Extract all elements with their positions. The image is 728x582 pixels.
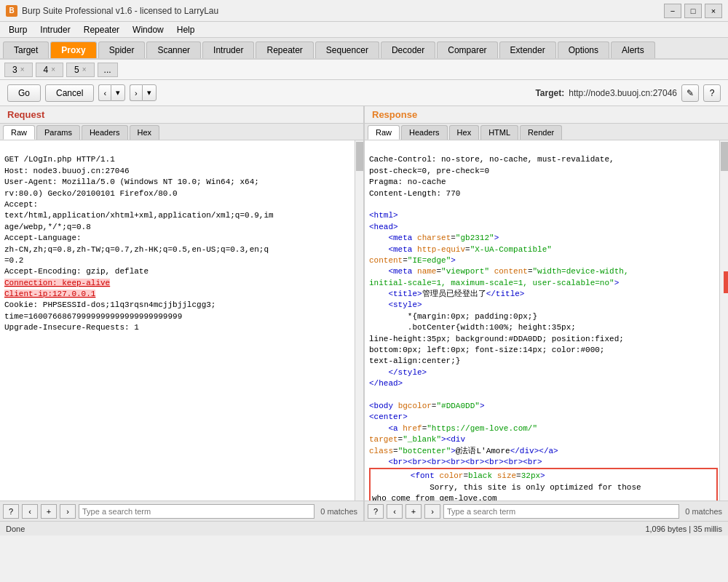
response-search-prev[interactable]: ‹: [387, 504, 403, 519]
maximize-button[interactable]: □: [684, 4, 702, 18]
response-scrollbar-thumb[interactable]: [721, 142, 728, 171]
edit-target-button[interactable]: ✎: [681, 84, 699, 102]
request-tab-headers[interactable]: Headers: [82, 125, 128, 140]
toolbar-target: Target: http://node3.buuoj.cn:27046 ✎ ?: [535, 84, 721, 102]
sub-tab-more[interactable]: ...: [98, 63, 118, 77]
response-search-input[interactable]: [443, 504, 679, 519]
cancel-button[interactable]: Cancel: [45, 84, 94, 102]
response-search-next-plus[interactable]: +: [405, 504, 422, 519]
request-match-count: 0 matches: [317, 507, 360, 516]
response-panel-header: Response: [365, 106, 728, 124]
nav-forward-group: › ▾: [130, 84, 157, 101]
request-scrollbar-thumb[interactable]: [356, 142, 363, 171]
minimize-button[interactable]: −: [664, 4, 681, 18]
request-content: GET /LOgIn.php HTTP/1.1 Host: node3.buuo…: [0, 140, 363, 501]
app-icon: B: [6, 5, 17, 17]
target-label: Target:: [535, 88, 564, 98]
request-search-next[interactable]: ›: [60, 504, 76, 519]
response-tabs: Raw Headers Hex HTML Render: [365, 124, 728, 140]
menu-bar: Burp Intruder Repeater Window Help: [0, 22, 728, 38]
nav-back-dropdown[interactable]: ▾: [111, 84, 125, 101]
sub-tab-5[interactable]: 5 ×: [66, 63, 95, 77]
title-bar: B Burp Suite Professional v1.6 - license…: [0, 0, 728, 22]
response-red-indicator: [724, 271, 728, 293]
status-left: Done: [6, 525, 25, 533]
request-search-next-plus[interactable]: +: [41, 504, 57, 519]
close-button[interactable]: ×: [705, 4, 722, 18]
response-content: Cache-Control: no-store, no-cache, must-…: [365, 140, 728, 501]
help-button[interactable]: ?: [703, 84, 721, 102]
nav-forward[interactable]: ›: [130, 84, 142, 101]
toolbar: Go Cancel ‹ ▾ › ▾ Target: http://node3.b…: [0, 80, 728, 106]
target-url: http://node3.buuoj.cn:27046: [569, 88, 677, 98]
title-bar-left: B Burp Suite Professional v1.6 - license…: [6, 5, 218, 17]
sub-tab-4-close[interactable]: ×: [51, 65, 55, 73]
response-tab-raw[interactable]: Raw: [368, 125, 400, 140]
response-scrollbar[interactable]: [719, 140, 728, 501]
sub-tab-4[interactable]: 4 ×: [36, 63, 64, 77]
status-bar: Done 1,096 bytes | 35 millis: [0, 521, 728, 535]
tab-alerts[interactable]: Alerts: [611, 41, 655, 58]
response-search-help[interactable]: ?: [368, 504, 384, 519]
tab-comparer[interactable]: Comparer: [437, 41, 497, 58]
response-search-next[interactable]: ›: [424, 504, 440, 519]
request-search-bar: ? ‹ + › 0 matches: [0, 501, 363, 521]
request-tab-raw[interactable]: Raw: [3, 125, 35, 140]
request-tabs: Raw Params Headers Hex: [0, 124, 363, 140]
response-tab-hex[interactable]: Hex: [449, 125, 480, 140]
response-match-count: 0 matches: [682, 507, 725, 516]
response-tab-html[interactable]: HTML: [480, 125, 518, 140]
menu-window[interactable]: Window: [127, 23, 170, 36]
request-search-help[interactable]: ?: [3, 504, 19, 519]
request-tab-params[interactable]: Params: [36, 125, 80, 140]
request-panel-header: Request: [0, 106, 363, 124]
nav-back[interactable]: ‹: [98, 84, 111, 101]
request-scrollbar[interactable]: [355, 140, 363, 501]
sub-tabs-row: 3 × 4 × 5 × ...: [0, 60, 728, 80]
request-tab-hex[interactable]: Hex: [130, 125, 160, 140]
nav-forward-dropdown[interactable]: ▾: [142, 84, 157, 101]
nav-back-group: ‹ ▾: [98, 84, 125, 101]
menu-intruder[interactable]: Intruder: [34, 23, 76, 36]
tab-options[interactable]: Options: [558, 41, 609, 58]
title-bar-text: Burp Suite Professional v1.6 - licensed …: [22, 6, 218, 16]
tab-sequencer[interactable]: Sequencer: [315, 41, 379, 58]
response-panel: Response Raw Headers Hex HTML Render Cac…: [365, 106, 728, 521]
tab-decoder[interactable]: Decoder: [381, 41, 435, 58]
tab-extender[interactable]: Extender: [499, 41, 556, 58]
highlighted-connection: Connection: keep-alive Client-ip:127.0.0…: [4, 279, 110, 298]
request-search-prev[interactable]: ‹: [22, 504, 38, 519]
tab-repeater[interactable]: Repeater: [256, 41, 313, 58]
response-tab-render[interactable]: Render: [520, 125, 562, 140]
sub-tab-3[interactable]: 3 ×: [4, 63, 33, 77]
sub-tab-3-close[interactable]: ×: [20, 65, 25, 73]
response-search-bar: ? ‹ + › 0 matches: [365, 501, 728, 521]
tab-intruder[interactable]: Intruder: [202, 41, 254, 58]
go-button[interactable]: Go: [7, 84, 41, 102]
request-search-input[interactable]: [79, 504, 314, 519]
menu-repeater[interactable]: Repeater: [78, 23, 125, 36]
main-tabs: Target Proxy Spider Scanner Intruder Rep…: [0, 38, 728, 60]
status-right: 1,096 bytes | 35 millis: [645, 525, 722, 533]
content-area: Request Raw Params Headers Hex GET /LOgI…: [0, 106, 728, 521]
tab-target[interactable]: Target: [3, 41, 49, 58]
menu-burp[interactable]: Burp: [3, 23, 33, 36]
tab-scanner[interactable]: Scanner: [146, 41, 201, 58]
menu-help[interactable]: Help: [171, 23, 201, 36]
request-panel: Request Raw Params Headers Hex GET /LOgI…: [0, 106, 365, 521]
response-tab-headers[interactable]: Headers: [401, 125, 448, 140]
sub-tab-5-close[interactable]: ×: [82, 65, 87, 73]
window-controls: − □ ×: [664, 4, 722, 18]
response-highlight-box: <font color=black size=32px> Sorry, this…: [369, 468, 718, 501]
tab-spider[interactable]: Spider: [98, 41, 146, 58]
tab-proxy[interactable]: Proxy: [50, 41, 96, 58]
